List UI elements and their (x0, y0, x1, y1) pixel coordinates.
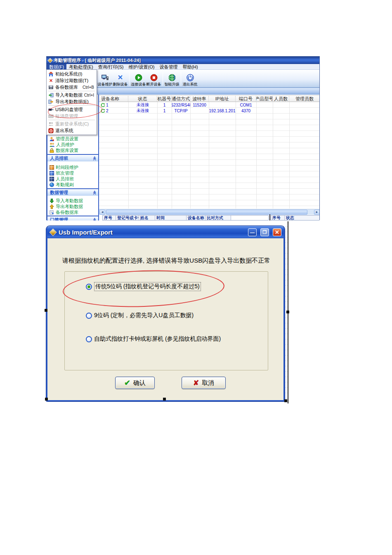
menu-item-backup-database[interactable]: 备份数据库 Ctrl+B (47, 84, 97, 90)
grid-line (190, 102, 191, 209)
sidebar-item-import-attendance[interactable]: 导入考勤数据 (47, 198, 98, 204)
column-header: 登记号或卡号 (116, 216, 139, 220)
scroll-left-arrow[interactable]: ◄ (99, 210, 105, 215)
menu-item-initialize-system[interactable]: 初始化系统(I) (47, 71, 97, 77)
usb-import-export-dialog: Usb Import/Export — ❐ ✕ 请根据指纹机的配置进行选择, 选… (46, 226, 285, 401)
sidebar-item-time-period[interactable]: 时间段维护 (47, 164, 98, 170)
horizontal-scrollbar[interactable]: ◄ ► (99, 209, 319, 215)
collapse-chevron-icon[interactable]: ≪ (92, 156, 97, 160)
collapse-chevron-icon[interactable]: ≪ (92, 190, 97, 194)
connect-device-button[interactable]: 连接设备 (131, 71, 146, 87)
column-header[interactable]: 产品型号 (256, 96, 273, 102)
dialog-message: 请根据指纹机的配置进行选择, 选择错误将导致USB闪盘导入导出数据不正常 (62, 257, 275, 265)
record-table-header: 序号 登记号或卡号 姓名 时间 设备名称 比对方式 (102, 215, 269, 221)
sidebar-item-backup-database[interactable]: 备份数据库 (47, 209, 98, 215)
menu-maintain-settings[interactable]: 维护/设置(O) (126, 64, 157, 69)
device-table-grid (99, 102, 319, 209)
column-header: 设备名称 (187, 216, 205, 220)
menu-item-clear-expired-data[interactable]: ✕ 清除过期数据(T) (47, 77, 97, 84)
dialog-title: Usb Import/Export (59, 229, 244, 236)
backup-db-icon (50, 210, 54, 215)
table-row[interactable]: 2 未连接 1 TCP/IP 192.168.1.201 4370 (99, 108, 319, 114)
menu-item-exit-system[interactable]: 退出系统 (47, 127, 97, 134)
smart-upgrade-button[interactable]: 智能升级 (164, 71, 179, 87)
sidebar-item-database-settings[interactable]: 数据库设置 (47, 147, 98, 153)
sidebar-item-personnel-schedule[interactable]: 人员排班 (47, 176, 98, 182)
column-header[interactable]: 人员数 (273, 96, 289, 102)
sidebar-section-access-control[interactable]: 门禁管理 ≪ (47, 216, 98, 221)
grid-line (236, 102, 236, 209)
export-data-icon (48, 99, 54, 104)
menu-help[interactable]: 帮助(H) (180, 64, 200, 69)
cancel-button[interactable]: ✘ 取消 (182, 377, 226, 389)
delete-device-icon: ✕ (118, 73, 123, 82)
column-header: 序号 (271, 216, 285, 220)
sidebar-section-data-management[interactable]: 数据管理 ≪ (47, 188, 98, 196)
scrollbar-thumb[interactable] (106, 210, 307, 215)
main-titlebar[interactable]: 考勤管理程序 - [ 临时超级用户 2011-04-24] (47, 57, 319, 64)
disconnect-device-button[interactable]: 断开设备 (146, 71, 161, 87)
grid-line (256, 102, 257, 209)
grid-line (273, 102, 273, 209)
table-row[interactable]: 1 未连接 1 RS232/RS485 115200 COM1 (99, 102, 319, 108)
import-attendance-icon (50, 199, 54, 203)
panel-split-line (269, 214, 270, 221)
sidebar-item-shift-management[interactable]: 班次管理 (47, 170, 98, 176)
menu-data[interactable]: 数据(F) (47, 64, 66, 69)
delete-device-button[interactable]: ✕ 删除设备 (113, 71, 128, 87)
empty-cell (231, 216, 268, 220)
data-menu-dropdown: 初始化系统(I) ✕ 清除过期数据(T) 备份数据库 Ctrl+B 导入考勤数据… (46, 69, 97, 135)
selection-handle (45, 398, 48, 401)
option-self-service-clock[interactable]: 自助式指纹打卡钟或彩屏机 (参见指纹机启动界面) (86, 335, 221, 343)
column-header: 姓名 (139, 216, 155, 220)
selection-handle (286, 311, 289, 313)
column-header[interactable]: 状态 (128, 96, 157, 102)
toolbar-separator (163, 72, 163, 86)
grid-line (157, 102, 158, 209)
smart-upgrade-icon (168, 73, 176, 82)
column-header[interactable]: IP地址 (209, 96, 236, 102)
collapse-chevron-icon[interactable]: ≪ (92, 218, 97, 221)
sidebar-section-personnel-scheduling[interactable]: 人员排班 ≪ (47, 154, 98, 161)
option-9-digit[interactable]: 9位码 (定制，必需先导入U盘员工数据) (86, 312, 194, 319)
dialog-titlebar[interactable]: Usb Import/Export — ❐ ✕ (47, 226, 283, 238)
column-header[interactable]: 管理员数 (289, 96, 319, 102)
device-maintenance-button[interactable]: 设备维护 (97, 71, 113, 87)
menu-attendance[interactable]: 考勤处理(E) (66, 64, 96, 69)
app-icon (47, 58, 53, 63)
column-header[interactable]: 端口号 (236, 96, 256, 102)
export-attendance-icon (50, 204, 54, 209)
minimize-button[interactable]: — (248, 228, 257, 236)
exit-icon (48, 128, 54, 133)
disconnect-device-icon (150, 73, 158, 82)
database-settings-icon (50, 148, 54, 153)
radio-unselected-icon[interactable] (86, 336, 92, 342)
menu-bar: 数据(F) 考勤处理(E) 查询/打印(S) 维护/设置(O) 设备管理 帮助(… (47, 64, 319, 70)
menu-item-import-attendance-data[interactable]: 导入考勤数据 Ctrl+I (47, 92, 97, 98)
column-header: 时间 (155, 216, 187, 220)
personnel-schedule-icon (50, 177, 54, 181)
confirm-button[interactable]: ✔ 确认 (115, 377, 155, 389)
menu-separator (48, 91, 95, 91)
device-icon (101, 103, 105, 107)
grid-line (289, 102, 290, 209)
close-button[interactable]: ✕ (273, 228, 281, 236)
column-header[interactable]: 通信方式 (172, 96, 190, 102)
radio-unselected-icon[interactable] (86, 313, 92, 319)
menu-query-print[interactable]: 查询/打印(S) (96, 64, 126, 69)
menu-device-management[interactable]: 设备管理 (157, 64, 180, 69)
sidebar-item-attendance-rule[interactable]: 考勤规则 (47, 182, 98, 187)
grid-line (128, 102, 129, 209)
sidebar-item-export-attendance[interactable]: 导出考勤数据 (47, 204, 98, 209)
sidebar-item-admin-settings[interactable]: 管理员设置 (47, 136, 98, 142)
column-header[interactable]: 波特率 (190, 96, 209, 102)
column-header[interactable]: 设备名称 (99, 96, 128, 102)
scroll-right-arrow[interactable]: ► (314, 210, 319, 215)
column-header: 比对方式 (205, 216, 231, 220)
column-header: 状态 (285, 216, 319, 220)
column-header[interactable]: 机器号 (157, 96, 172, 102)
exit-system-button[interactable]: 退出系统 (182, 71, 198, 87)
maximize-button[interactable]: ❐ (260, 228, 269, 236)
sidebar-item-personnel-maintenance[interactable]: 人员维护 (47, 142, 98, 147)
page-canvas: 考勤管理程序 - [ 临时超级用户 2011-04-24] 数据(F) 考勤处理… (0, 0, 392, 555)
